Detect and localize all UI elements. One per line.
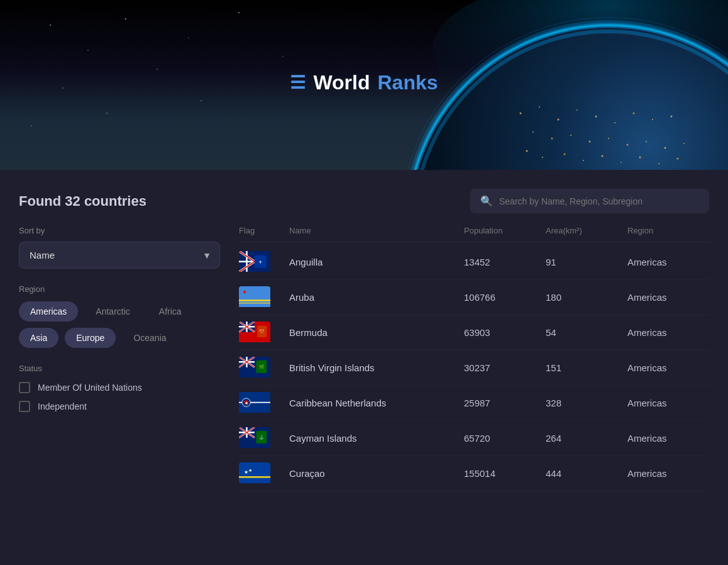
table-row[interactable]: Aruba 106766 180 Americas bbox=[239, 280, 709, 315]
svg-text:⚓: ⚓ bbox=[259, 434, 265, 440]
flag-image: ⚜ bbox=[239, 251, 270, 273]
table-header: Flag Name Population Area(km²) Region bbox=[239, 226, 709, 242]
sort-select-wrapper: Name Population Area ▼ bbox=[19, 242, 220, 269]
region-value: Americas bbox=[627, 257, 709, 267]
region-label: Region bbox=[19, 284, 220, 294]
svg-point-17 bbox=[520, 113, 522, 115]
un-member-label: Member Of United Nations bbox=[38, 383, 142, 393]
area-value: 444 bbox=[546, 468, 627, 479]
independent-checkbox[interactable] bbox=[19, 401, 30, 412]
population-value: 30237 bbox=[464, 362, 546, 373]
area-value: 180 bbox=[546, 292, 627, 303]
svg-point-20 bbox=[576, 109, 578, 111]
region-btn-antarctic[interactable]: Antarctic bbox=[84, 301, 141, 322]
svg-point-26 bbox=[532, 131, 534, 133]
region-btn-asia[interactable]: Asia bbox=[19, 328, 58, 348]
th-population: Population bbox=[464, 226, 546, 235]
svg-point-10 bbox=[201, 100, 202, 101]
svg-text:★: ★ bbox=[245, 401, 248, 405]
svg-point-29 bbox=[589, 141, 591, 143]
svg-point-36 bbox=[542, 157, 543, 158]
th-flag: Flag bbox=[239, 226, 289, 235]
svg-point-1 bbox=[87, 50, 89, 51]
region-btn-africa[interactable]: Africa bbox=[148, 301, 193, 322]
svg-point-23 bbox=[633, 113, 635, 115]
country-name: Aruba bbox=[289, 292, 464, 303]
svg-rect-53 bbox=[239, 286, 270, 307]
svg-point-5 bbox=[282, 56, 283, 57]
hero-section: ☰ World Ranks bbox=[0, 0, 728, 170]
flag-image: ⚓ bbox=[239, 427, 270, 449]
svg-point-9 bbox=[106, 113, 108, 114]
country-name: Cayman Islands bbox=[289, 433, 464, 444]
svg-point-8 bbox=[31, 125, 31, 126]
th-region: Region bbox=[627, 226, 709, 235]
region-btn-americas[interactable]: Americas bbox=[19, 301, 78, 322]
un-member-checkbox[interactable] bbox=[19, 382, 30, 393]
area-value: 91 bbox=[546, 257, 627, 267]
search-container[interactable]: 🔍 bbox=[470, 189, 709, 213]
table-row[interactable]: ★ Caribbean Netherlands 25987 328 Americ… bbox=[239, 386, 709, 421]
region-btn-oceania[interactable]: Oceania bbox=[122, 328, 177, 348]
svg-point-24 bbox=[652, 119, 653, 120]
svg-point-2 bbox=[125, 18, 126, 20]
country-name: Curaçao bbox=[289, 468, 464, 479]
th-name: Name bbox=[289, 226, 464, 235]
svg-point-7 bbox=[157, 69, 158, 70]
svg-point-40 bbox=[620, 162, 622, 163]
svg-point-43 bbox=[677, 158, 679, 160]
flag-image: ★ ★ bbox=[239, 462, 270, 484]
svg-point-28 bbox=[570, 135, 571, 136]
svg-point-35 bbox=[526, 150, 528, 152]
sort-label: Sort by bbox=[19, 226, 220, 235]
table-row[interactable]: ⚓ Cayman Islands 65720 264 Americas bbox=[239, 421, 709, 456]
app-title: ☰ World Ranks bbox=[290, 71, 438, 94]
region-value: Americas bbox=[627, 327, 709, 338]
found-countries-text: Found 32 countries bbox=[19, 193, 146, 210]
svg-point-37 bbox=[564, 154, 566, 155]
title-world: World bbox=[313, 71, 370, 94]
svg-text:★: ★ bbox=[248, 468, 252, 473]
flag-image: 🛡 bbox=[239, 322, 270, 344]
population-value: 13452 bbox=[464, 257, 546, 267]
flag-cell: ⚓ bbox=[239, 427, 289, 449]
svg-point-19 bbox=[558, 119, 560, 121]
population-value: 155014 bbox=[464, 468, 546, 479]
flag-cell: 🛡 bbox=[239, 322, 289, 344]
population-value: 106766 bbox=[464, 292, 546, 303]
svg-point-25 bbox=[671, 116, 673, 118]
checkbox-row-un: Member Of United Nations bbox=[19, 382, 220, 393]
area-value: 151 bbox=[546, 362, 627, 373]
svg-text:🌿: 🌿 bbox=[259, 364, 265, 369]
svg-point-32 bbox=[646, 141, 647, 142]
title-ranks: Ranks bbox=[378, 71, 438, 94]
svg-point-39 bbox=[602, 155, 604, 157]
logo-icon: ☰ bbox=[290, 72, 306, 93]
table-row[interactable]: 🌿 British Virgin Islands 30237 151 Ameri… bbox=[239, 350, 709, 386]
sort-select[interactable]: Name Population Area bbox=[19, 242, 220, 269]
th-area: Area(km²) bbox=[546, 226, 627, 235]
flag-cell: ★ ★ bbox=[239, 462, 289, 484]
svg-point-4 bbox=[238, 12, 240, 13]
country-name: Caribbean Netherlands bbox=[289, 398, 464, 408]
svg-point-18 bbox=[539, 106, 540, 108]
flag-image bbox=[239, 286, 270, 308]
table-row[interactable]: ⚜ Anguilla 13452 91 Americas bbox=[239, 245, 709, 280]
area-value: 328 bbox=[546, 398, 627, 408]
svg-point-42 bbox=[658, 163, 659, 164]
table-row[interactable]: 🛡 Bermuda 63903 54 Americas bbox=[239, 315, 709, 350]
flag-image: 🌿 bbox=[239, 357, 270, 379]
svg-point-30 bbox=[608, 138, 609, 139]
flag-image: ★ bbox=[239, 392, 270, 414]
country-name: Anguilla bbox=[289, 257, 464, 267]
search-input[interactable] bbox=[499, 196, 699, 206]
svg-point-38 bbox=[583, 160, 584, 161]
region-value: Americas bbox=[627, 468, 709, 479]
region-btn-europe[interactable]: Europe bbox=[65, 328, 116, 348]
flag-cell: ★ bbox=[239, 392, 289, 414]
svg-rect-92 bbox=[239, 462, 270, 483]
area-value: 54 bbox=[546, 327, 627, 338]
table-row[interactable]: ★ ★ Curaçao 155014 444 Americas bbox=[239, 456, 709, 491]
region-value: Americas bbox=[627, 433, 709, 444]
svg-point-3 bbox=[188, 37, 189, 38]
